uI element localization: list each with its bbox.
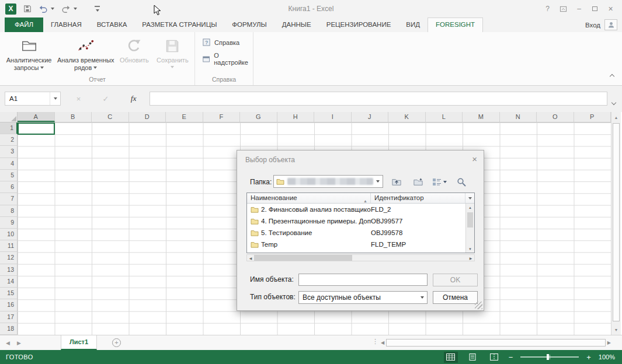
row-header-6[interactable]: 6 xyxy=(0,181,18,193)
vertical-scrollbar[interactable]: ▲ ▼ xyxy=(611,112,621,335)
list-item[interactable]: 4. Презентационные примеры. Допо...OBJ99… xyxy=(247,215,465,227)
zoom-out-button[interactable]: − xyxy=(509,353,513,362)
object-type-combobox[interactable]: Все доступные объекты xyxy=(298,291,428,304)
list-item[interactable]: TempFLD_TEMP xyxy=(247,239,465,250)
customize-quick-access-button[interactable] xyxy=(95,6,100,12)
tab-scrollbar-splitter[interactable]: ⋮ xyxy=(372,338,378,345)
row-header-18[interactable]: 18 xyxy=(0,323,18,335)
select-all-corner[interactable] xyxy=(0,112,18,123)
column-header-C[interactable]: C xyxy=(92,112,129,122)
row-header-4[interactable]: 4 xyxy=(0,158,18,170)
maximize-button[interactable] xyxy=(587,0,603,18)
name-box-dropdown[interactable] xyxy=(50,92,60,105)
row-header-10[interactable]: 10 xyxy=(0,229,18,240)
column-header-F[interactable]: F xyxy=(203,112,241,122)
column-header-D[interactable]: D xyxy=(129,112,166,122)
formula-input[interactable] xyxy=(150,92,607,106)
name-box[interactable]: A1 xyxy=(5,92,61,106)
row-header-11[interactable]: 11 xyxy=(0,240,18,252)
enter-entry-button[interactable]: ✓ xyxy=(102,94,109,103)
column-header-E[interactable]: E xyxy=(166,112,203,122)
list-item[interactable]: 2. Финансовый анализ поставщиковFLD_2 xyxy=(247,204,465,215)
scroll-up-arrow[interactable]: ▲ xyxy=(466,204,474,211)
column-header-B[interactable]: B xyxy=(55,112,92,122)
column-header-K[interactable]: K xyxy=(388,112,426,122)
column-header-H[interactable]: H xyxy=(277,112,315,122)
row-header-15[interactable]: 15 xyxy=(0,288,18,299)
column-header-A[interactable]: A xyxy=(18,112,55,122)
scrollbar-thumb[interactable] xyxy=(254,255,352,261)
ribbon-tab-6[interactable]: РЕЦЕНЗИРОВАНИЕ xyxy=(319,18,399,32)
row-header-1[interactable]: 1 xyxy=(0,123,18,134)
list-vertical-scrollbar[interactable]: ▲ ▼ xyxy=(465,204,474,253)
ribbon-tab-4[interactable]: ФОРМУЛЫ xyxy=(224,18,274,32)
sign-in-area[interactable]: Вход xyxy=(585,18,617,32)
zoom-slider-thumb[interactable] xyxy=(547,354,549,360)
ribbon-tab-0[interactable]: ФАЙЛ xyxy=(5,18,43,32)
row-header-16[interactable]: 16 xyxy=(0,299,18,311)
row-header-3[interactable]: 3 xyxy=(0,146,18,158)
analytical-queries-button[interactable]: Аналитические запросы xyxy=(2,34,55,72)
excel-logo-icon[interactable]: X xyxy=(5,4,16,15)
scrollbar-thumb[interactable] xyxy=(467,212,473,228)
sheet-tab[interactable]: Лист1 xyxy=(61,335,97,350)
close-button[interactable]: × xyxy=(603,0,618,18)
ribbon-tab-8[interactable]: FORESIGHT xyxy=(428,18,483,32)
normal-view-button[interactable] xyxy=(444,352,458,363)
column-header-O[interactable]: O xyxy=(537,112,574,122)
ribbon-display-options-button[interactable] xyxy=(555,0,571,18)
sheet-nav-left-button[interactable]: ◀ xyxy=(6,340,10,346)
row-header-8[interactable]: 8 xyxy=(0,205,18,217)
undo-button[interactable] xyxy=(39,5,54,13)
zoom-in-button[interactable]: + xyxy=(586,353,591,362)
cancel-button[interactable]: Отмена xyxy=(433,291,478,304)
scrollbar-thumb[interactable] xyxy=(613,123,620,321)
scroll-down-arrow[interactable]: ▼ xyxy=(611,325,621,334)
resize-grip[interactable] xyxy=(475,302,482,309)
column-header-M[interactable]: M xyxy=(463,112,500,122)
ok-button[interactable]: OK xyxy=(433,274,478,286)
cancel-entry-button[interactable]: × xyxy=(77,94,81,103)
page-break-view-button[interactable] xyxy=(487,352,501,363)
collapse-ribbon-button[interactable] xyxy=(610,70,614,80)
help-button[interactable]: ? xyxy=(540,0,555,18)
column-header-N[interactable]: N xyxy=(500,112,537,122)
column-header-J[interactable]: J xyxy=(352,112,389,122)
sign-in-label[interactable]: Вход xyxy=(585,22,600,29)
dialog-close-button[interactable]: × xyxy=(472,154,477,164)
column-header-I[interactable]: I xyxy=(314,112,352,122)
scroll-left-arrow[interactable]: ◀ xyxy=(381,340,384,345)
add-sheet-button[interactable]: + xyxy=(112,338,121,347)
row-header-14[interactable]: 14 xyxy=(0,276,18,288)
ribbon-tab-7[interactable]: ВИД xyxy=(398,18,428,32)
zoom-slider[interactable] xyxy=(520,356,579,358)
horizontal-scrollbar[interactable]: ◀ ▶ xyxy=(381,337,611,348)
new-folder-button[interactable] xyxy=(412,177,424,187)
about-addin-button[interactable]: О надстройке xyxy=(202,52,253,66)
expand-formula-bar-button[interactable] xyxy=(612,96,616,107)
minimize-button[interactable]: – xyxy=(571,0,587,18)
refresh-button[interactable]: Обновить xyxy=(116,34,152,72)
ribbon-tab-5[interactable]: ДАННЫЕ xyxy=(274,18,319,32)
up-one-level-button[interactable] xyxy=(391,177,402,187)
page-layout-view-button[interactable] xyxy=(465,352,479,363)
row-header-5[interactable]: 5 xyxy=(0,170,18,181)
insert-function-button[interactable]: fx xyxy=(131,94,137,103)
object-name-input[interactable] xyxy=(298,274,428,286)
column-options-button[interactable] xyxy=(465,193,474,203)
zoom-level[interactable]: 100% xyxy=(599,354,615,360)
avatar[interactable] xyxy=(604,19,617,30)
row-header-2[interactable]: 2 xyxy=(0,134,18,146)
column-header-L[interactable]: L xyxy=(426,112,463,122)
scroll-right-arrow[interactable]: ▶ xyxy=(467,256,474,260)
save-button[interactable] xyxy=(23,5,32,13)
row-header-13[interactable]: 13 xyxy=(0,264,18,276)
redo-button[interactable] xyxy=(61,5,77,13)
ribbon-tab-3[interactable]: РАЗМЕТКА СТРАНИЦЫ xyxy=(134,18,224,32)
list-item[interactable]: 5. ТестированиеOBJ99578 xyxy=(247,227,465,239)
scrollbar-thumb[interactable] xyxy=(386,339,606,346)
view-menu-button[interactable] xyxy=(430,177,449,187)
row-header-17[interactable]: 17 xyxy=(0,312,18,323)
row-header-12[interactable]: 12 xyxy=(0,252,18,264)
help-ribbon-button[interactable]: ? Справка xyxy=(202,38,253,47)
